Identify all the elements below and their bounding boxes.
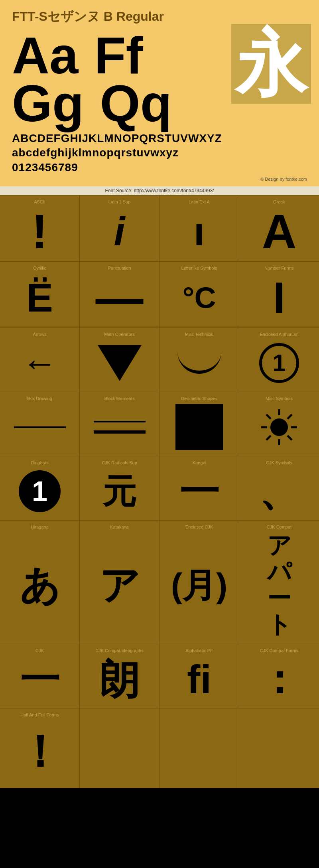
label-half-full-forms: Half And Full Forms bbox=[4, 712, 75, 717]
label-blockelements: Block Elements bbox=[84, 396, 155, 401]
char-ascii: ! bbox=[4, 207, 75, 255]
label-mathops: Math Operators bbox=[84, 332, 155, 337]
label-cjk: CJK bbox=[4, 648, 75, 653]
block-line-1 bbox=[94, 421, 146, 422]
cell-cyrillic: Cyrillic Ë bbox=[0, 262, 80, 327]
cell-arrows: Arrows ← bbox=[0, 328, 80, 392]
grid-row-7: CJK 一 CJK Compat Ideographs 朗 Alphabetic… bbox=[0, 644, 319, 708]
credit-text: © Design by fontke.com bbox=[12, 177, 307, 182]
arch-shape bbox=[177, 352, 221, 374]
cell-misctech: Misc Technical bbox=[160, 328, 239, 392]
cell-blockelements: Block Elements bbox=[80, 392, 160, 456]
label-ascii: ASCII bbox=[4, 199, 75, 204]
label-greek: Greek bbox=[243, 199, 315, 204]
label-alphabetic-pf: Alphabetic PF bbox=[163, 648, 235, 653]
label-katakana: Katakana bbox=[84, 525, 155, 529]
svg-point-0 bbox=[270, 418, 288, 436]
char-boxdrawing bbox=[4, 404, 75, 450]
char-misctech bbox=[163, 340, 235, 386]
char-blockelements bbox=[84, 404, 155, 450]
label-latinexta: Latin Ext A bbox=[163, 199, 235, 204]
char-punctuation: — bbox=[84, 274, 155, 322]
cell-dingbats: Dingbats 1 bbox=[0, 456, 80, 520]
big-letter-qq: Qq bbox=[100, 77, 172, 129]
source-text: Font Source: http://www.fontke.com/font/… bbox=[105, 188, 214, 193]
cell-cjk-compat-forms: CJK Compat Forms ： bbox=[239, 644, 319, 708]
svg-line-5 bbox=[266, 414, 271, 419]
label-punctuation: Punctuation bbox=[84, 266, 155, 270]
digits: 0123456789 bbox=[12, 160, 307, 175]
cell-alphabetic-pf: Alphabetic PF ﬁ bbox=[160, 644, 239, 708]
label-dingbats: Dingbats bbox=[4, 460, 75, 465]
cell-letterlike: Letterlike Symbols °C bbox=[160, 262, 239, 327]
cell-latin1sup: Latin 1 Sup i bbox=[80, 195, 160, 261]
uppercase-alphabet: ABCDEFGHIJKLMNOPQRSTUVWXYZ bbox=[12, 131, 307, 146]
big-letters-row1: Aa Ff 永 bbox=[12, 30, 307, 81]
label-miscsymbols: Misc Symbols bbox=[243, 396, 315, 401]
char-katakana: ア bbox=[84, 533, 155, 638]
label-cjk-radicals: CJK Radicals Sup bbox=[84, 460, 155, 465]
lowercase-alphabet: abcdefghijklmnopqrstuvwxyz bbox=[12, 146, 307, 160]
label-letterlike: Letterlike Symbols bbox=[163, 266, 235, 270]
cell-cjk-radicals: CJK Radicals Sup 元 bbox=[80, 456, 160, 520]
char-hiragana: あ bbox=[4, 533, 75, 638]
char-arrows: ← bbox=[4, 340, 75, 386]
label-cjk-compat: CJK Compat bbox=[243, 525, 315, 529]
source-bar: Font Source: http://www.fontke.com/font/… bbox=[0, 186, 319, 195]
cell-latinexta: Latin Ext A ı bbox=[160, 195, 239, 261]
svg-line-8 bbox=[266, 436, 271, 440]
cell-punctuation: Punctuation — bbox=[80, 262, 160, 327]
circled-one: 1 bbox=[259, 343, 299, 383]
block-line-2 bbox=[94, 430, 146, 434]
char-cjk-compat-forms: ： bbox=[243, 656, 315, 702]
label-enclosed-cjk: Enclosed CJK bbox=[163, 525, 235, 529]
cell-kangxi: Kangxi 一 bbox=[160, 456, 239, 520]
cell-hiragana: Hiragana あ bbox=[0, 521, 80, 644]
char-cjk-symbols: 、 bbox=[243, 468, 315, 514]
label-cjk-compat-forms: CJK Compat Forms bbox=[243, 648, 315, 653]
cell-cjk-symbols: CJK Symbols 、 bbox=[239, 456, 319, 520]
font-title: FTT-Sセザンヌ B Regular bbox=[12, 8, 307, 26]
cell-mathops: Math Operators bbox=[80, 328, 160, 392]
char-greek: Α bbox=[243, 207, 315, 255]
cell-numberforms: Number Forms I bbox=[239, 262, 319, 327]
grid-row-1: ASCII ! Latin 1 Sup i Latin Ext A ı Gree… bbox=[0, 195, 319, 261]
dingbat-one-circle: 1 bbox=[19, 470, 61, 512]
horizontal-line bbox=[14, 426, 66, 428]
char-cjk: 一 bbox=[4, 656, 75, 702]
grid-row-2: Cyrillic Ë Punctuation — Letterlike Symb… bbox=[0, 261, 319, 327]
cell-empty-3 bbox=[239, 708, 319, 788]
cell-empty-2 bbox=[160, 708, 239, 788]
char-dingbats: 1 bbox=[4, 468, 75, 514]
black-square bbox=[175, 404, 223, 450]
cell-miscsymbols: Misc Symbols bbox=[239, 392, 319, 456]
label-arrows: Arrows bbox=[4, 332, 75, 337]
cell-half-full-forms: Half And Full Forms ！ bbox=[0, 708, 80, 788]
triangle-shape bbox=[98, 345, 142, 381]
char-cjk-radicals: 元 bbox=[84, 468, 155, 514]
grid-row-5: Dingbats 1 CJK Radicals Sup 元 Kangxi 一 C… bbox=[0, 456, 319, 520]
cell-boxdrawing: Box Drawing bbox=[0, 392, 80, 456]
char-latin1sup: i bbox=[84, 207, 155, 255]
cell-greek: Greek Α bbox=[239, 195, 319, 261]
cell-empty-1 bbox=[80, 708, 160, 788]
label-cyrillic: Cyrillic bbox=[4, 266, 75, 270]
svg-line-7 bbox=[287, 414, 292, 419]
label-hiragana: Hiragana bbox=[4, 525, 75, 529]
big-letter-aa: Aa bbox=[12, 30, 78, 81]
label-boxdrawing: Box Drawing bbox=[4, 396, 75, 401]
char-half-full-forms: ！ bbox=[4, 720, 75, 782]
cell-enclosed-cjk: Enclosed CJK (月) bbox=[160, 521, 239, 644]
alphabet-section: ABCDEFGHIJKLMNOPQRSTUVWXYZ abcdefghijklm… bbox=[12, 131, 307, 175]
big-letter-ff: Ff bbox=[94, 30, 143, 81]
kanji-char: 永 bbox=[235, 28, 307, 100]
label-cjk-compat-ideographs: CJK Compat Ideographs bbox=[84, 648, 155, 653]
char-miscsymbols bbox=[243, 404, 315, 450]
char-geoshapes bbox=[163, 404, 235, 450]
cell-katakana: Katakana ア bbox=[80, 521, 160, 644]
svg-line-6 bbox=[287, 436, 292, 440]
char-cyrillic: Ë bbox=[4, 274, 75, 322]
grid-row-6: Hiragana あ Katakana ア Enclosed CJK (月) C… bbox=[0, 520, 319, 644]
label-misctech: Misc Technical bbox=[163, 332, 235, 337]
char-latinexta: ı bbox=[163, 207, 235, 255]
